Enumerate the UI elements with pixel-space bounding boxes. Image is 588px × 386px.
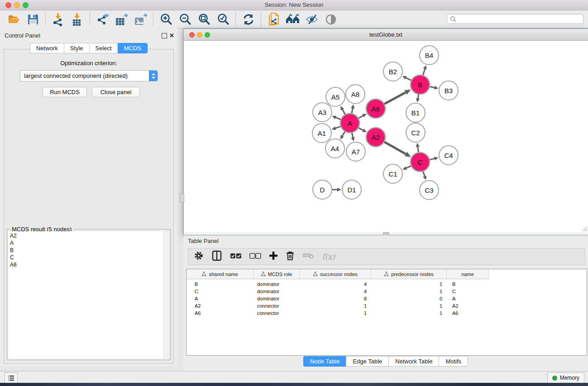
home-icon[interactable]: [283, 12, 302, 27]
save-session-icon[interactable]: [24, 12, 43, 27]
graph-node-label: C1: [388, 170, 397, 178]
column-header-MCDS-role[interactable]: MCDS role: [253, 269, 300, 279]
column-header-predecessor-nodes[interactable]: predecessor nodes: [371, 269, 447, 279]
table-row[interactable]: A2connector11A2: [186, 302, 489, 310]
float-window-icon[interactable]: [162, 33, 167, 38]
tab-style[interactable]: Style: [64, 43, 89, 53]
zoom-in-icon[interactable]: [157, 12, 176, 27]
search-icon: [450, 16, 456, 22]
mcds-result-item[interactable]: A: [10, 239, 164, 247]
table-row[interactable]: Cdominator41C: [186, 288, 489, 295]
dropdown-stepper-icon: [149, 71, 158, 81]
criterion-dropdown[interactable]: largest connected component (directed): [20, 70, 158, 81]
cell-name: A2: [447, 302, 489, 310]
delete-trash-icon[interactable]: [286, 251, 295, 262]
arrowhead-icon: [351, 137, 354, 142]
network-canvas[interactable]: B4B2BB3A8A5A6A3B1AC2A1A2A4A7C4CC1DD1C3: [184, 41, 587, 232]
mcds-result-item[interactable]: A6: [10, 261, 164, 268]
table-row[interactable]: A6connector11A6: [186, 310, 489, 317]
zoom-traffic-light[interactable]: [23, 2, 29, 8]
graph-node-label: B2: [389, 68, 397, 76]
cell-shared-name: A: [186, 295, 253, 302]
tab-network-table[interactable]: Network Table: [388, 356, 439, 367]
search-field[interactable]: [447, 14, 583, 24]
cell-MCDS-role: dominator: [253, 295, 300, 302]
net-minimize-traffic-light[interactable]: [197, 32, 202, 38]
memory-status-dot: [552, 376, 557, 381]
network-vscroll-thumb[interactable]: [180, 194, 184, 202]
close-panel-icon[interactable]: ✕: [169, 32, 174, 39]
cell-successor-nodes: 8: [300, 295, 371, 302]
arrowhead-icon: [332, 126, 336, 130]
mcds-result-scrollbar[interactable]: [163, 231, 169, 359]
tab-node-table[interactable]: Node Table: [303, 356, 346, 367]
table-row[interactable]: Adominator80A: [186, 295, 489, 302]
tab-mcds[interactable]: MCDS: [118, 43, 148, 53]
export-table-icon[interactable]: [112, 12, 131, 27]
column-header-shared-name[interactable]: shared name: [186, 269, 253, 279]
mcds-result-item[interactable]: C: [10, 254, 164, 261]
mcds-result-item[interactable]: A2: [10, 232, 164, 239]
node-table[interactable]: shared nameMCDS rolesuccessor nodesprede…: [186, 269, 587, 356]
graph-node-label: B: [418, 81, 422, 89]
open-session-document-icon[interactable]: [264, 12, 283, 27]
arrowhead-icon: [337, 188, 341, 191]
settings-gear-icon[interactable]: [194, 251, 204, 262]
run-mcds-button[interactable]: Run MCDS: [43, 87, 87, 97]
tab-edge-table[interactable]: Edge Table: [346, 356, 388, 367]
close-panel-button[interactable]: Close panel: [92, 87, 140, 97]
hierarchy-column-icon: [261, 272, 266, 276]
arrowhead-icon: [416, 143, 420, 148]
delete-column-disabled-icon: [302, 252, 314, 262]
import-network-icon[interactable]: [49, 12, 68, 27]
open-file-icon[interactable]: [5, 12, 24, 27]
close-traffic-light[interactable]: [5, 2, 11, 8]
table-header-row: shared nameMCDS rolesuccessor nodesprede…: [186, 269, 489, 279]
net-zoom-traffic-light[interactable]: [205, 32, 210, 38]
resize-grip-icon[interactable]: [582, 226, 588, 232]
show-details-eye-icon[interactable]: [321, 12, 340, 27]
hide-details-eye-icon[interactable]: [302, 12, 321, 27]
cell-MCDS-role: dominator: [253, 281, 300, 288]
zoom-fit-icon[interactable]: [195, 12, 214, 27]
arrowhead-icon: [434, 157, 439, 160]
edge-A6-B[interactable]: [383, 92, 406, 105]
column-header-label: shared name: [209, 272, 238, 277]
column-header-name[interactable]: name: [447, 269, 489, 279]
graph-node-label: D: [320, 186, 325, 194]
import-table-icon[interactable]: [68, 12, 87, 27]
search-input[interactable]: [456, 15, 583, 23]
network-window-titlebar[interactable]: testGlobe.txt: [184, 29, 588, 41]
edge-A2-C[interactable]: [383, 141, 406, 154]
cell-successor-nodes: 1: [300, 302, 371, 310]
net-close-traffic-light[interactable]: [189, 32, 195, 38]
zoom-out-icon[interactable]: [176, 12, 195, 27]
column-header-successor-nodes[interactable]: successor nodes: [300, 269, 371, 279]
mcds-result-item[interactable]: B: [10, 247, 164, 254]
minimize-traffic-light[interactable]: [14, 2, 20, 8]
export-image-icon[interactable]: [131, 12, 150, 27]
export-network-icon[interactable]: [93, 12, 112, 27]
mcds-tab-content: Optimization criterion: largest connecte…: [4, 49, 174, 364]
memory-button[interactable]: Memory: [547, 372, 584, 383]
cell-name: A6: [447, 310, 489, 317]
refresh-icon[interactable]: [239, 12, 258, 27]
graph-node-label: A: [348, 119, 352, 127]
show-columns-icon[interactable]: [211, 250, 222, 263]
cell-MCDS-role: connector: [253, 302, 300, 310]
deselect-all-checkboxes-icon[interactable]: [249, 253, 261, 261]
add-row-plus-icon[interactable]: [269, 251, 278, 262]
tab-select[interactable]: Select: [89, 43, 118, 53]
table-tabs: Node TableEdge TableNetwork TableMotifs: [183, 356, 588, 367]
select-all-checkboxes-icon[interactable]: [230, 253, 242, 261]
tab-network[interactable]: Network: [30, 43, 64, 53]
toolbar-separator: [235, 13, 236, 26]
task-history-button[interactable]: [5, 372, 18, 383]
graph-node-label: A2: [372, 133, 380, 141]
table-row[interactable]: Bdominator41B: [186, 281, 489, 288]
cell-shared-name: B: [186, 281, 253, 288]
zoom-selected-icon[interactable]: [214, 12, 233, 27]
network-hscrollbar[interactable]: [184, 232, 587, 235]
graph-node-label: C2: [411, 129, 420, 137]
tab-motifs[interactable]: Motifs: [439, 356, 468, 367]
